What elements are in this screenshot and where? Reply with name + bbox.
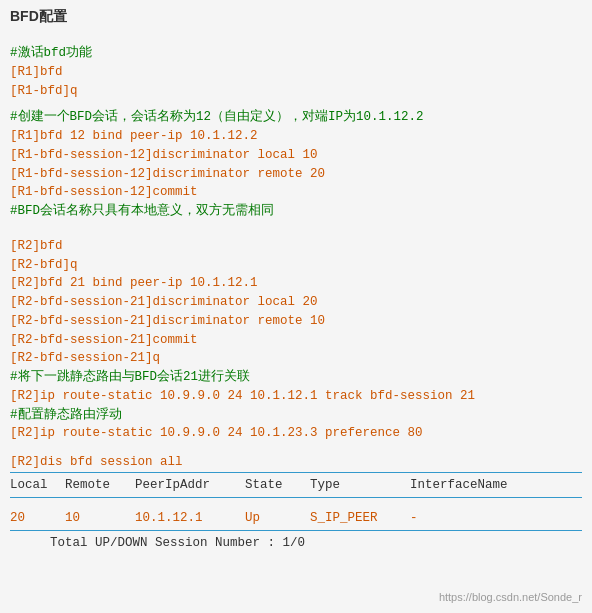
cmd-r1-bfd-q: [R1-bfd]q xyxy=(10,82,582,101)
col-header-local: Local xyxy=(10,478,65,492)
cell-local: 20 xyxy=(10,511,65,525)
bottom-divider xyxy=(10,530,582,531)
cmd-r1-bfd: [R1]bfd xyxy=(10,63,582,82)
cmd-r2-bfd-commit: [R2-bfd-session-21]commit xyxy=(10,331,582,350)
cmd-r2-bfd-disc-remote: [R2-bfd-session-21]discriminator remote … xyxy=(10,312,582,331)
table-header: Local Remote PeerIpAddr State Type Inter… xyxy=(10,476,582,494)
spacer4 xyxy=(10,229,582,237)
cell-iface: - xyxy=(410,511,582,525)
cmd-r1-bfd-12-bind: [R1]bfd 12 bind peer-ip 10.1.12.2 xyxy=(10,127,582,146)
cmd-r2-bfd-q: [R2-bfd]q xyxy=(10,256,582,275)
cmd-r2-bfd-session-q: [R2-bfd-session-21]q xyxy=(10,349,582,368)
col-header-type: Type xyxy=(310,478,410,492)
col-header-peerip: PeerIpAddr xyxy=(135,478,245,492)
cmd-r1-bfd-disc-remote: [R1-bfd-session-12]discriminator remote … xyxy=(10,165,582,184)
cell-type: S_IP_PEER xyxy=(310,511,410,525)
spacer xyxy=(10,36,582,44)
comment-track-bfd: #将下一跳静态路由与BFD会话21进行关联 xyxy=(10,368,582,387)
table-section: [R2]dis bfd session all Local Remote Pee… xyxy=(10,455,582,552)
col-header-iface: InterfaceName xyxy=(410,478,582,492)
spacer5 xyxy=(10,443,582,451)
cell-peerip: 10.1.12.1 xyxy=(135,511,245,525)
spacer3 xyxy=(10,221,582,229)
comment-activate-bfd: #激话bfd功能 xyxy=(10,44,582,63)
cmd-r2-ip-route-float: [R2]ip route-static 10.9.9.0 24 10.1.23.… xyxy=(10,424,582,443)
page-title: BFD配置 xyxy=(10,8,582,26)
col-header-remote: Remote xyxy=(65,478,135,492)
table-row: 20 10 10.1.12.1 Up S_IP_PEER - xyxy=(10,509,582,527)
total-line: Total UP/DOWN Session Number : 1/0 xyxy=(10,534,582,552)
comment-float-route: #配置静态路由浮动 xyxy=(10,406,582,425)
watermark: https://blog.csdn.net/Sonde_r xyxy=(439,591,582,603)
comment-create-bfd-session: #创建一个BFD会话，会话名称为12（自由定义），对端IP为10.1.12.2 xyxy=(10,108,582,127)
cmd-r1-bfd-disc-local: [R1-bfd-session-12]discriminator local 1… xyxy=(10,146,582,165)
main-container: BFD配置 #激话bfd功能 [R1]bfd [R1-bfd]q #创建一个BF… xyxy=(0,0,592,613)
col-header-state: State xyxy=(245,478,310,492)
top-divider xyxy=(10,472,582,473)
cell-state: Up xyxy=(245,511,310,525)
cmd-r2-bfd-disc-local: [R2-bfd-session-21]discriminator local 2… xyxy=(10,293,582,312)
spacer2 xyxy=(10,100,582,108)
header-divider xyxy=(10,497,582,498)
dis-bfd-cmd: [R2]dis bfd session all xyxy=(10,455,582,469)
cmd-r2-ip-route-track: [R2]ip route-static 10.9.9.0 24 10.1.12.… xyxy=(10,387,582,406)
spacer6 xyxy=(10,501,582,509)
cmd-r2-bfd: [R2]bfd xyxy=(10,237,582,256)
cell-remote: 10 xyxy=(65,511,135,525)
code-block: #激话bfd功能 [R1]bfd [R1-bfd]q #创建一个BFD会话，会话… xyxy=(10,36,582,443)
cmd-r1-bfd-commit: [R1-bfd-session-12]commit xyxy=(10,183,582,202)
comment-bfd-session-name: #BFD会话名称只具有本地意义，双方无需相同 xyxy=(10,202,582,221)
cmd-r2-bfd-21-bind: [R2]bfd 21 bind peer-ip 10.1.12.1 xyxy=(10,274,582,293)
